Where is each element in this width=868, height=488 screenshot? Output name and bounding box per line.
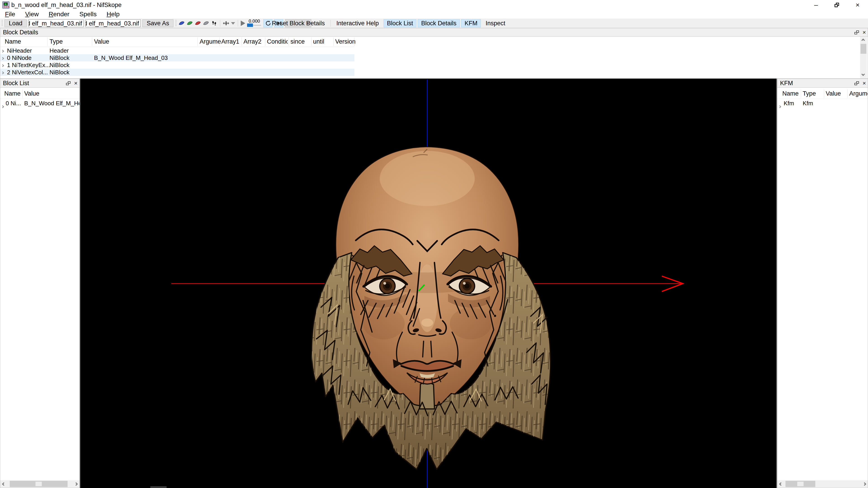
column-header[interactable]: since bbox=[290, 37, 305, 47]
column-header[interactable]: Conditic bbox=[267, 37, 288, 47]
viewport-canvas[interactable] bbox=[80, 79, 776, 488]
block-list-toggle-button[interactable]: Block List bbox=[383, 19, 416, 27]
restore-button[interactable] bbox=[827, 0, 847, 10]
time-slider-thumb[interactable] bbox=[247, 24, 253, 27]
float-icon[interactable] bbox=[855, 81, 859, 85]
scroll-right-icon[interactable] bbox=[863, 482, 866, 486]
inspect-button[interactable]: Inspect bbox=[482, 19, 508, 27]
horizontal-scrollbar[interactable] bbox=[0, 480, 79, 488]
viewport-scroll-notch[interactable] bbox=[150, 486, 166, 488]
scroll-up-icon[interactable] bbox=[862, 39, 865, 42]
kfm-toggle-button[interactable]: KFM bbox=[461, 19, 481, 27]
table-row[interactable]: 0 NiNode NiBlock B_N_Wood Elf_M_Head_03 bbox=[0, 54, 868, 61]
expand-chevron-icon[interactable] bbox=[778, 105, 781, 108]
close-icon[interactable]: × bbox=[74, 81, 78, 86]
render-viewport[interactable] bbox=[80, 78, 776, 488]
float-icon[interactable] bbox=[855, 31, 859, 34]
scrollbar-thumb[interactable] bbox=[785, 481, 815, 487]
menu-help[interactable]: Help bbox=[101, 10, 125, 19]
expand-chevron-icon[interactable] bbox=[1, 50, 4, 53]
expand-chevron-icon[interactable] bbox=[1, 71, 4, 74]
table-row[interactable]: 2 NiVertexCol... NiBlock bbox=[0, 69, 868, 76]
scroll-right-icon[interactable] bbox=[74, 482, 78, 486]
column-header[interactable]: Version bbox=[335, 37, 355, 47]
scroll-down-icon[interactable] bbox=[862, 72, 865, 76]
column-header[interactable]: Argume bbox=[199, 37, 221, 47]
block-list-title-bar: Block List × bbox=[0, 78, 80, 88]
load-filename-input[interactable]: wood elf_m_head_03.nif bbox=[29, 20, 84, 27]
column-header[interactable]: Value bbox=[94, 37, 109, 47]
kfm-title-bar: KFM × bbox=[777, 78, 868, 88]
title-bar: b_n_wood elf_m_head_03.nif - NifSkope – … bbox=[0, 0, 868, 10]
close-button[interactable]: × bbox=[847, 0, 868, 10]
reset-block-details-button[interactable]: Reset Block Details bbox=[269, 19, 328, 27]
panel-title: Block List bbox=[3, 80, 29, 87]
scrollbar-thumb[interactable] bbox=[10, 481, 68, 487]
close-icon: × bbox=[856, 1, 860, 9]
table-row[interactable]: Kfm Kfm bbox=[777, 99, 868, 107]
rotate-view-red-icon[interactable] bbox=[195, 20, 201, 26]
column-header[interactable]: until bbox=[313, 37, 324, 47]
table-row[interactable]: 0 Ni... B_N_Wood Elf_M_Head bbox=[0, 99, 79, 107]
column-header[interactable]: Name bbox=[4, 89, 21, 99]
save-filename-input[interactable]: wood elf_m_head_03.nif bbox=[86, 20, 141, 27]
scrollbar-thumb[interactable] bbox=[861, 44, 866, 54]
column-header[interactable]: Type bbox=[50, 37, 63, 47]
time-value: 0.000 bbox=[247, 19, 261, 24]
kfm-panel: KFM × Name Type Value Argume Kfm Kfm bbox=[777, 78, 868, 488]
block-details-title-bar: Block Details × bbox=[0, 28, 868, 37]
column-header[interactable]: Array2 bbox=[243, 37, 261, 47]
column-header[interactable]: Array1 bbox=[221, 37, 239, 47]
float-icon[interactable] bbox=[66, 81, 70, 85]
close-icon[interactable]: × bbox=[863, 30, 866, 35]
rotate-view-green-icon[interactable] bbox=[186, 20, 193, 26]
view-dropdown-arrow-icon[interactable] bbox=[231, 22, 235, 25]
menu-spells[interactable]: Spells bbox=[74, 10, 101, 19]
menu-file[interactable]: File bbox=[0, 10, 20, 19]
vertical-scrollbar[interactable] bbox=[860, 37, 867, 78]
column-header[interactable]: Value bbox=[24, 89, 39, 99]
minimize-icon: – bbox=[814, 1, 818, 9]
table-row[interactable]: 1 NiTextKeyEx... NiBlock bbox=[0, 61, 868, 69]
menu-render[interactable]: Render bbox=[43, 10, 74, 19]
rotate-view-blue-icon[interactable] bbox=[178, 20, 185, 26]
toolbar-drag-handle[interactable] bbox=[175, 20, 177, 27]
expand-chevron-icon[interactable] bbox=[1, 57, 4, 60]
interactive-help-button[interactable]: Interactive Help bbox=[333, 19, 382, 27]
scroll-left-icon[interactable] bbox=[779, 482, 782, 486]
menu-bar: File View Render Spells Help bbox=[0, 10, 868, 19]
panel-title: KFM bbox=[780, 80, 793, 87]
horizontal-scrollbar[interactable] bbox=[777, 480, 868, 488]
column-header[interactable]: Value bbox=[826, 89, 841, 99]
table-header: Name Type Value Argume bbox=[777, 89, 868, 99]
play-icon[interactable] bbox=[241, 21, 245, 26]
block-details-toggle-button[interactable]: Block Details bbox=[418, 19, 460, 27]
column-header[interactable]: Argume bbox=[849, 89, 868, 99]
center-view-icon[interactable] bbox=[223, 20, 229, 26]
expand-chevron-icon[interactable] bbox=[1, 64, 4, 67]
column-header[interactable]: Name bbox=[782, 89, 799, 99]
restore-icon bbox=[835, 3, 839, 7]
table-header: Name Type Value Argume Array1 Array2 Con… bbox=[0, 37, 354, 47]
nifskope-app-icon bbox=[2, 1, 9, 8]
time-slider[interactable]: 0.000 bbox=[247, 19, 261, 28]
block-details-panel: Block Details × Name Type Value Argume A… bbox=[0, 28, 868, 78]
table-header: Name Value bbox=[0, 89, 79, 99]
block-list-panel: Block List × Name Value 0 Ni... B_N_Wood… bbox=[0, 78, 80, 488]
expand-chevron-icon[interactable] bbox=[1, 105, 4, 108]
menu-view[interactable]: View bbox=[20, 10, 43, 19]
scroll-left-icon[interactable] bbox=[2, 482, 5, 486]
column-header[interactable]: Name bbox=[5, 37, 21, 47]
window-title: b_n_wood elf_m_head_03.nif - NifSkope bbox=[11, 1, 122, 8]
table-row[interactable]: NiHeader Header bbox=[0, 47, 868, 54]
column-header[interactable]: Type bbox=[803, 89, 816, 99]
block-details-table: Name Type Value Argume Array1 Array2 Con… bbox=[0, 37, 868, 78]
main-toolbar: Load wood elf_m_head_03.nif wood elf_m_h… bbox=[0, 19, 868, 28]
toolbar-drag-handle[interactable] bbox=[1, 20, 3, 27]
minimize-button[interactable]: – bbox=[806, 0, 827, 10]
rotate-view-gray-icon[interactable] bbox=[203, 20, 209, 26]
footsteps-icon[interactable] bbox=[211, 20, 217, 26]
save-as-button[interactable]: Save As bbox=[143, 20, 174, 27]
close-icon[interactable]: × bbox=[863, 81, 866, 86]
load-button[interactable]: Load bbox=[4, 20, 27, 27]
